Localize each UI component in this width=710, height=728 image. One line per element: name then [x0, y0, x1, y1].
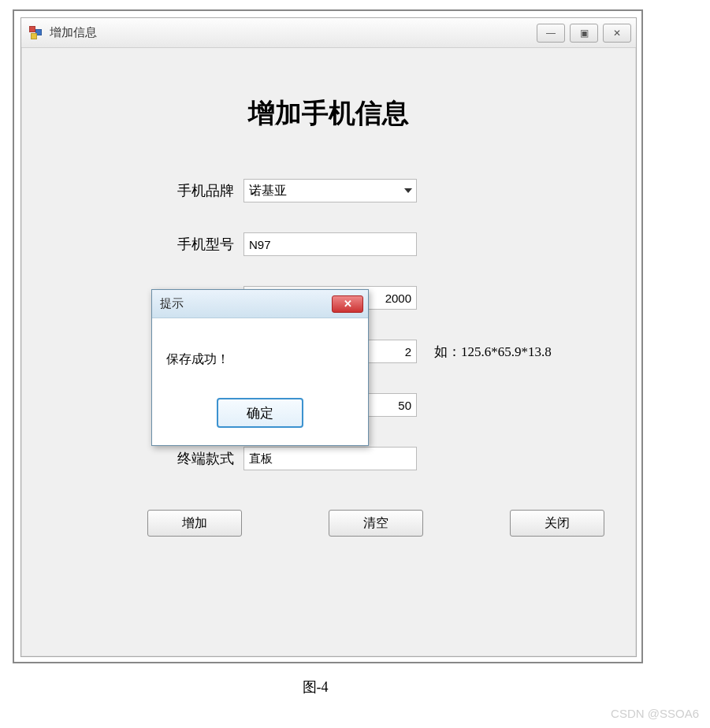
chevron-down-icon	[404, 188, 412, 193]
dialog-ok-button[interactable]: 确定	[217, 398, 303, 428]
close-button[interactable]: 关闭	[510, 510, 604, 537]
figure-caption: 图-4	[0, 678, 630, 696]
add-button[interactable]: 增加	[147, 510, 242, 537]
style-input[interactable]	[243, 447, 417, 470]
brand-select-value: 诺基亚	[243, 179, 417, 202]
style-label: 终端款式	[147, 449, 234, 468]
watermark: CSDN @SSOA6	[611, 707, 699, 720]
titlebar: 增加信息 — ▣ ✕	[21, 18, 636, 48]
app-icon	[29, 26, 43, 40]
message-dialog: 提示 ✕ 保存成功！ 确定	[151, 289, 369, 446]
window-controls: — ▣ ✕	[537, 24, 631, 43]
maximize-button[interactable]: ▣	[570, 24, 598, 43]
size-hint: 如：125.6*65.9*13.8	[434, 343, 552, 361]
minimize-button[interactable]: —	[537, 24, 565, 43]
form-heading: 增加手机信息	[53, 95, 604, 132]
dialog-title-text: 提示	[160, 296, 332, 311]
clear-button[interactable]: 清空	[329, 510, 423, 537]
document-frame: 增加信息 — ▣ ✕ 增加手机信息 手机品牌 诺基亚 手机型号	[13, 9, 643, 663]
model-input[interactable]	[243, 232, 417, 256]
field-model: 手机型号	[53, 232, 604, 256]
model-label: 手机型号	[147, 235, 234, 254]
dialog-titlebar: 提示 ✕	[152, 290, 368, 318]
button-row: 增加 清空 关闭	[53, 510, 604, 537]
dialog-footer: 确定	[152, 387, 368, 439]
window-title: 增加信息	[50, 25, 537, 40]
brand-label: 手机品牌	[147, 181, 234, 200]
field-style: 终端款式	[53, 447, 604, 470]
dialog-close-button[interactable]: ✕	[332, 295, 363, 313]
brand-select[interactable]: 诺基亚	[243, 179, 417, 202]
main-window: 增加信息 — ▣ ✕ 增加手机信息 手机品牌 诺基亚 手机型号	[20, 17, 637, 657]
close-window-button[interactable]: ✕	[603, 24, 631, 43]
dialog-message: 保存成功！	[152, 318, 368, 387]
field-brand: 手机品牌 诺基亚	[53, 179, 604, 202]
